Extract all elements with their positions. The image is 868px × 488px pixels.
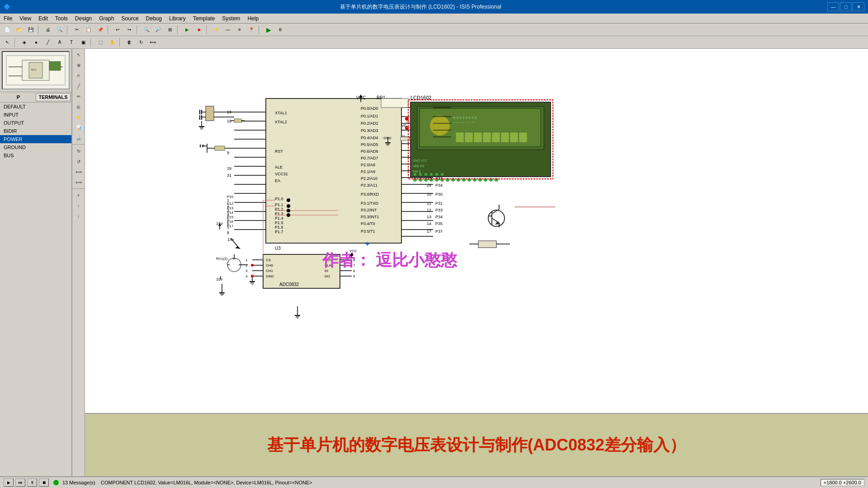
minimize-button[interactable]: — xyxy=(827,2,839,11)
select-mode[interactable]: ↖ xyxy=(74,50,84,60)
menu-design[interactable]: Design xyxy=(71,14,95,23)
hand-tool[interactable]: ✋ xyxy=(107,38,118,47)
redo-button[interactable]: ↪ xyxy=(124,25,135,35)
pause-btn[interactable]: ⏸ xyxy=(275,25,286,35)
menu-template[interactable]: Template xyxy=(189,14,219,23)
svg-text:10: 10 xyxy=(427,192,431,197)
text-mode[interactable]: A xyxy=(74,70,84,80)
wire-button[interactable]: — xyxy=(222,25,233,35)
undo-button[interactable]: ↩ xyxy=(112,25,123,35)
play-button[interactable]: ▶ xyxy=(4,479,14,487)
svg-rect-10 xyxy=(85,49,868,348)
marker-mode[interactable]: ◎ xyxy=(74,102,84,112)
menu-system[interactable]: System xyxy=(218,14,244,23)
terminal-input[interactable]: INPUT xyxy=(0,111,71,119)
close-button[interactable]: ✕ xyxy=(853,2,864,11)
instrument-mode[interactable]: 🔬 xyxy=(74,133,84,143)
select-tool[interactable]: ↖ xyxy=(2,38,13,47)
svg-rect-223 xyxy=(492,132,500,142)
svg-text:13: 13 xyxy=(427,215,431,219)
left-panel: MCU P TERMINALS DEFAULT INPUT OUTPUT BID… xyxy=(0,49,72,476)
bus-tool[interactable]: ▣ xyxy=(78,38,89,47)
tab-terminals[interactable]: TERMINALS xyxy=(36,93,71,101)
svg-text:P15: P15 xyxy=(227,215,234,219)
svg-text:P2.2/A10: P2.2/A10 xyxy=(361,176,377,181)
new-button[interactable]: 📄 xyxy=(2,25,13,35)
print-button[interactable]: 🖨 xyxy=(42,25,53,35)
svg-text:P1.1: P1.1 xyxy=(275,202,283,207)
zoom-out[interactable]: 🔎 xyxy=(153,25,164,35)
svg-text:17: 17 xyxy=(427,229,431,234)
save-button[interactable]: 💾 xyxy=(25,25,36,35)
paste-button[interactable]: 📌 xyxy=(95,25,106,35)
terminal-ground[interactable]: GROUND xyxy=(0,143,71,151)
terminal-power[interactable]: POWER xyxy=(0,135,71,143)
svg-point-243 xyxy=(414,173,416,176)
terminal-default[interactable]: DEFAULT xyxy=(0,103,71,111)
add-item[interactable]: + xyxy=(74,190,84,200)
pause-button[interactable]: ⏸ xyxy=(27,479,37,487)
rotate-tool[interactable]: ↻ xyxy=(136,38,146,47)
step-button[interactable]: ⏭ xyxy=(15,479,25,487)
svg-point-292 xyxy=(287,213,290,217)
svg-text:P0.3/AD3: P0.3/AD3 xyxy=(361,128,378,133)
svg-text:XTAL2: XTAL2 xyxy=(275,120,287,124)
copy-button[interactable]: 📋 xyxy=(83,25,94,35)
tab-components[interactable]: P xyxy=(1,93,36,101)
draw-mode[interactable]: ✏ xyxy=(74,91,84,101)
print-preview[interactable]: 🔍 xyxy=(54,25,65,35)
wire-mode[interactable]: ╱ xyxy=(74,81,84,91)
menu-debug[interactable]: Debug xyxy=(142,14,165,23)
pin-button[interactable]: 📍 xyxy=(246,25,257,35)
menu-graph[interactable]: Graph xyxy=(95,14,118,23)
wire-tool[interactable]: ╱ xyxy=(42,38,53,47)
label-tool[interactable]: A xyxy=(54,38,65,47)
terminal-output[interactable]: OUTPUT xyxy=(0,119,71,127)
component-mode[interactable]: ⊕ xyxy=(74,60,84,70)
menu-view[interactable]: View xyxy=(16,14,35,23)
terminal-bidir[interactable]: BIDIR xyxy=(0,127,71,135)
stop-button[interactable]: ⏹ xyxy=(39,479,49,487)
svg-rect-221 xyxy=(474,132,482,142)
zoom-box[interactable]: ⬚ xyxy=(95,38,106,47)
svg-rect-7 xyxy=(49,61,61,70)
svg-text:P37: P37 xyxy=(435,229,443,234)
flip-v[interactable]: ⟺ xyxy=(74,177,84,187)
svg-rect-135 xyxy=(381,99,408,108)
open-button[interactable]: 📂 xyxy=(14,25,24,35)
zoom-fit[interactable]: ⊞ xyxy=(165,25,175,35)
run-button[interactable]: ▶ xyxy=(182,25,193,35)
component-button[interactable]: ⚡ xyxy=(211,25,222,35)
maximize-button[interactable]: □ xyxy=(840,2,852,11)
menu-library[interactable]: Library xyxy=(165,14,189,23)
nav-up[interactable]: ↑ xyxy=(74,201,84,211)
graph-mode[interactable]: 📊 xyxy=(74,122,84,132)
simulate-btn[interactable]: ▶ xyxy=(263,25,274,35)
probe-mode[interactable]: ⚡ xyxy=(74,112,84,122)
rotate-right[interactable]: ↻ xyxy=(74,146,84,156)
terminal-bus[interactable]: BUS xyxy=(0,151,71,160)
nav-down[interactable]: ↓ xyxy=(74,211,84,221)
menu-help[interactable]: Help xyxy=(244,14,262,23)
menu-tools[interactable]: Tools xyxy=(52,14,71,23)
component-tool[interactable]: ◈ xyxy=(19,38,30,47)
svg-text:GND: GND xyxy=(266,274,274,278)
bus-button[interactable]: ≡ xyxy=(234,25,245,35)
flip-h[interactable]: ⟺ xyxy=(74,167,84,177)
junction-tool[interactable]: ● xyxy=(31,38,42,47)
menu-source[interactable]: Source xyxy=(118,14,142,23)
zoom-in[interactable]: 🔍 xyxy=(141,25,152,35)
rotate-left[interactable]: ↺ xyxy=(74,156,84,166)
mirror-tool[interactable]: ⟺ xyxy=(147,38,158,47)
canvas-area[interactable]: XTAL1 XTAL2 RST ALE VCC31 EA P1.0 P1.1 P… xyxy=(85,49,868,476)
stop-button[interactable]: ■ xyxy=(193,25,204,35)
svg-text:VEE   RS: VEE RS xyxy=(413,164,425,168)
menu-file[interactable]: File xyxy=(0,14,16,23)
svg-text:P0.5/AD5: P0.5/AD5 xyxy=(361,142,378,147)
delete-tool[interactable]: 🗑 xyxy=(124,38,135,47)
svg-point-218 xyxy=(430,116,450,136)
cut-button[interactable]: ✂ xyxy=(71,25,82,35)
svg-text:P30: P30 xyxy=(435,192,443,197)
text-tool[interactable]: T xyxy=(66,38,77,47)
menu-edit[interactable]: Edit xyxy=(35,14,52,23)
